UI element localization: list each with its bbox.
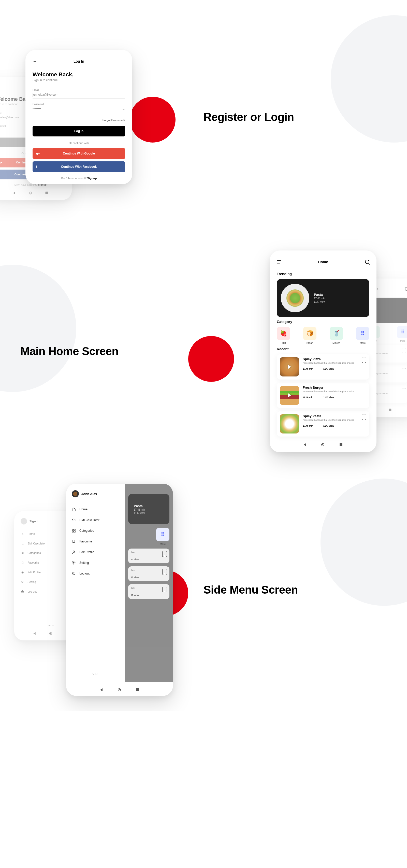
category-label: More bbox=[356, 342, 369, 344]
recent-card: their17 view bbox=[128, 584, 169, 599]
menu-item-home[interactable]: Home bbox=[72, 504, 119, 515]
android-nav bbox=[66, 685, 173, 696]
menu-item-setting[interactable]: Setting bbox=[72, 557, 119, 568]
hamburger-menu-icon[interactable] bbox=[277, 260, 282, 264]
or-continue-label: Or continue with bbox=[33, 142, 125, 145]
recent-label: Recent bbox=[277, 347, 369, 351]
nav-recent-icon[interactable] bbox=[340, 443, 342, 446]
recent-views: 1147 view bbox=[323, 425, 334, 427]
svg-point-6 bbox=[73, 562, 74, 563]
bread-icon: 🍞 bbox=[303, 327, 316, 340]
category-bread[interactable]: 🍞Bread bbox=[303, 327, 316, 344]
nav-recent-icon[interactable] bbox=[136, 688, 139, 691]
nav-home-icon[interactable] bbox=[29, 192, 32, 194]
nav-recent-icon[interactable] bbox=[45, 192, 48, 194]
recent-title: Spicy Pasta bbox=[303, 414, 358, 418]
decor-circle-grey bbox=[0, 265, 76, 392]
nav-back-icon[interactable] bbox=[13, 192, 15, 194]
drawer-backdrop[interactable]: Pasta17.48 min1147 view ⠿More their17 vi… bbox=[125, 484, 173, 682]
recent-card: their17 view bbox=[128, 566, 169, 581]
category-label: Category bbox=[277, 320, 369, 324]
play-icon[interactable] bbox=[280, 357, 299, 376]
trending-card: Pasta17.48 min1147 view bbox=[128, 494, 169, 524]
home-icon: ⌂ bbox=[21, 532, 24, 535]
google-login-button[interactable]: g+Continue With Google bbox=[33, 148, 125, 159]
play-icon[interactable] bbox=[280, 385, 299, 405]
bookmark-icon[interactable] bbox=[362, 385, 366, 391]
power-icon: ⏻ bbox=[21, 590, 24, 593]
gauge-icon bbox=[72, 518, 76, 522]
bookmark-icon bbox=[162, 569, 167, 575]
signup-link[interactable]: Signup bbox=[87, 177, 97, 180]
email-field[interactable] bbox=[33, 91, 125, 99]
search-icon[interactable] bbox=[365, 260, 369, 264]
drink-icon: 🥤 bbox=[330, 327, 343, 340]
svg-rect-2 bbox=[74, 529, 75, 530]
svg-line-0 bbox=[74, 520, 74, 520]
trending-food-image bbox=[281, 284, 309, 312]
more-icon: ⠿ bbox=[397, 326, 407, 338]
menu-item-categories[interactable]: Categories bbox=[72, 525, 119, 536]
svg-rect-4 bbox=[74, 531, 75, 532]
power-icon bbox=[72, 571, 76, 576]
bookmark-icon[interactable] bbox=[402, 348, 406, 353]
decor-circle-grey bbox=[331, 15, 407, 143]
heading: Welcome Back, bbox=[33, 71, 125, 78]
category-more[interactable]: ⠿More bbox=[356, 327, 369, 344]
recent-time: 17.48 min bbox=[303, 396, 313, 399]
category-item[interactable]: ⠿More bbox=[397, 326, 407, 342]
toggle-password-icon[interactable]: 👁 bbox=[123, 108, 125, 111]
category-fruit[interactable]: 🍓Fruit bbox=[277, 327, 290, 344]
nav-back-icon[interactable] bbox=[304, 443, 306, 446]
recent-views: 1147 view bbox=[323, 396, 334, 399]
decor-circle-grey bbox=[320, 478, 407, 606]
category-minum[interactable]: 🥤Minum bbox=[330, 327, 343, 344]
avatar[interactable] bbox=[72, 490, 79, 497]
category-label: More bbox=[156, 543, 169, 546]
forgot-password-link[interactable]: Forgot Password? bbox=[33, 119, 125, 122]
bookmark-icon[interactable] bbox=[402, 368, 406, 373]
gear-icon: ⚙ bbox=[21, 580, 24, 584]
section-title: Main Home Screen bbox=[20, 345, 118, 358]
gear-icon bbox=[72, 561, 76, 565]
facebook-icon: f bbox=[36, 165, 37, 168]
svg-point-5 bbox=[73, 551, 74, 552]
menu-item-bmi[interactable]: BMI Calculator bbox=[72, 515, 119, 525]
nav-home-icon[interactable] bbox=[321, 443, 324, 446]
menu-item-profile[interactable]: Edit Profile bbox=[72, 547, 119, 557]
grid-icon bbox=[72, 529, 76, 533]
user-icon bbox=[72, 550, 76, 554]
search-icon[interactable] bbox=[405, 287, 407, 291]
fruit-icon: 🍓 bbox=[277, 327, 290, 340]
trending-card[interactable]: Pasta 17.48 min 1147 view bbox=[277, 279, 369, 317]
back-arrow-icon[interactable]: ← bbox=[33, 59, 37, 64]
password-field[interactable] bbox=[33, 106, 125, 113]
bookmark-icon: ⎕ bbox=[21, 561, 24, 565]
bookmark-icon[interactable] bbox=[362, 414, 366, 420]
nav-recent-icon[interactable] bbox=[389, 408, 392, 411]
section-title: Side Menu Screen bbox=[203, 583, 298, 596]
recent-card-pasta[interactable]: Spicy PastaProcessed bananas that use th… bbox=[277, 411, 369, 437]
section-sidemenu: Side Menu Screen Sign in ⌂Home ◡BMI Calc… bbox=[0, 468, 407, 711]
category-label: Bread bbox=[303, 342, 316, 344]
recent-card-burger[interactable]: Fresh BurgerProcessed bananas that use t… bbox=[277, 382, 369, 408]
login-button[interactable]: Log in bbox=[33, 126, 125, 136]
bookmark-icon[interactable] bbox=[362, 357, 366, 363]
bookmark-icon bbox=[162, 587, 167, 592]
bookmark-icon[interactable] bbox=[402, 388, 406, 393]
svg-rect-3 bbox=[72, 531, 73, 532]
menu-item-logout[interactable]: Log out bbox=[72, 568, 119, 579]
decor-circle-red bbox=[130, 97, 175, 143]
recent-card-pizza[interactable]: Spicy PizzaProcessed bananas that use th… bbox=[277, 354, 369, 379]
nav-home-icon[interactable] bbox=[49, 632, 52, 635]
facebook-login-button[interactable]: fContinue With Facebook bbox=[33, 161, 125, 172]
nav-back-icon[interactable] bbox=[100, 688, 103, 691]
nav-home-icon[interactable] bbox=[118, 688, 121, 691]
bookmark-icon bbox=[162, 551, 167, 557]
user-signin-label[interactable]: Sign in bbox=[29, 520, 39, 523]
subheading: Sign in to continue bbox=[33, 79, 125, 82]
home-icon bbox=[72, 507, 76, 512]
menu-item-favourite[interactable]: Favourite bbox=[72, 536, 119, 547]
trending-title: Pasta bbox=[134, 504, 145, 508]
nav-back-icon[interactable] bbox=[34, 632, 36, 635]
